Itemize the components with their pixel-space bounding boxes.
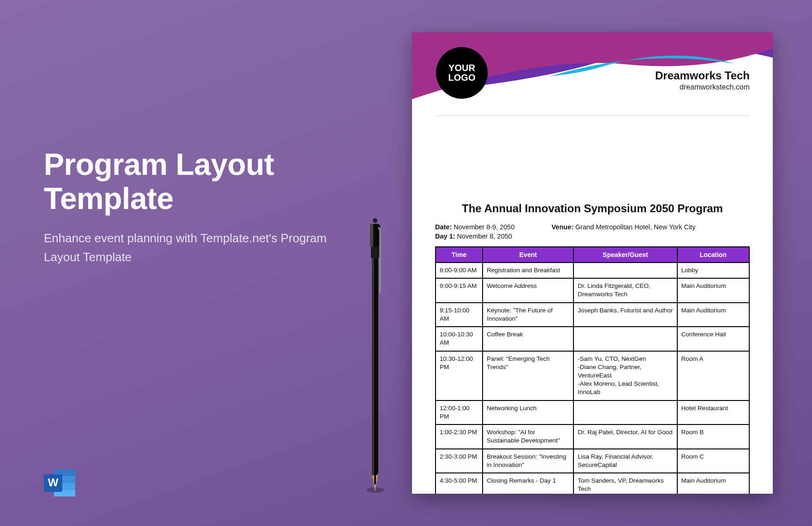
cell-event: Coffee Break (483, 327, 573, 351)
cell-time: 1:00-2:30 PM (436, 424, 483, 448)
svg-rect-13 (374, 475, 376, 484)
table-row: 10:30-12:00 PMPanel: "Emerging Tech Tren… (436, 351, 749, 400)
th-time: Time (436, 247, 483, 263)
cell-speaker: -Sam Yu, CTO, NextGen -Diane Chang, Part… (573, 351, 677, 400)
th-speaker: Speaker/Guest (573, 247, 677, 263)
company-name: Dreamworks Tech (655, 69, 750, 82)
cell-event: Registration and Breakfast (483, 263, 573, 278)
cell-time: 4:30-5:00 PM (436, 473, 483, 494)
company-site: dreamworkstech.com (655, 83, 750, 91)
table-header-row: Time Event Speaker/Guest Location (436, 247, 749, 263)
cell-location: Main Auditorium (677, 473, 749, 494)
venue-label: Venue: (551, 223, 573, 231)
svg-rect-12 (370, 224, 373, 247)
table-row: 9:00-9:15 AMWelcome AddressDr. Linda Fit… (436, 278, 749, 302)
cell-location: Room C (677, 449, 749, 473)
document-title: The Annual Innovation Symposium 2050 Pro… (435, 202, 750, 215)
table-row: 10:00-10:30 AMCoffee BreakConference Hal… (436, 327, 749, 351)
logo-line2: LOGO (448, 73, 476, 83)
cell-speaker: Joseph Banks, Futurist and Author (573, 303, 677, 327)
document-body: The Annual Innovation Symposium 2050 Pro… (412, 111, 773, 494)
cell-location: Lobby (677, 263, 749, 278)
cell-event: Networking Lunch (483, 400, 573, 424)
date-value: November 8-9, 2050 (454, 223, 514, 231)
cell-event: Welcome Address (483, 278, 573, 302)
cell-location: Main Auditorium (677, 278, 749, 302)
th-event: Event (483, 247, 573, 263)
cell-time: 8:00-9:00 AM (436, 263, 483, 278)
meta-row-1: Date: November 8-9, 2050 Venue: Grand Me… (435, 223, 750, 231)
table-row: 1:00-2:30 PMWorkshop: "AI for Sustainabl… (436, 424, 749, 448)
meta-row-2: Day 1: November 8, 2050 (435, 233, 750, 240)
cell-location: Conference Hall (677, 327, 749, 351)
table-row: 12:00-1:00 PMNetworking LunchHotel Resta… (436, 400, 749, 424)
cell-location: Room B (677, 424, 749, 448)
document-preview: YOUR LOGO Dreamworks Tech dreamworkstech… (412, 32, 773, 494)
logo-placeholder: YOUR LOGO (436, 47, 488, 99)
table-row: 9:15-10:00 AMKeynote: "The Future of Inn… (436, 303, 749, 327)
cell-time: 10:00-10:30 AM (436, 327, 483, 351)
cell-event: Keynote: "The Future of Innovation" (483, 303, 573, 327)
venue-value: Grand Metropolitan Hotel, New York City (575, 223, 695, 231)
cell-speaker: Dr. Raj Patel, Director, AI for Good (573, 424, 677, 448)
hero-panel: Program Layout Template Enhance event pl… (44, 148, 339, 267)
cell-time: 9:15-10:00 AM (436, 303, 483, 327)
cell-speaker (573, 327, 677, 351)
logo-line1: YOUR (448, 63, 475, 73)
cell-speaker: Dr. Linda Fitzgerald, CEO, Dreamworks Te… (573, 278, 677, 302)
table-row: 8:00-9:00 AMRegistration and BreakfastLo… (436, 263, 749, 278)
cell-event: Panel: "Emerging Tech Trends" (483, 351, 573, 400)
svg-rect-9 (372, 254, 374, 475)
table-row: 4:30-5:00 PMClosing Remarks - Day 1Tom S… (436, 473, 749, 494)
hero-subtitle: Enhance event planning with Template.net… (44, 229, 339, 267)
cell-time: 12:00-1:00 PM (436, 400, 483, 424)
day-value: November 8, 2050 (457, 233, 512, 240)
document-header: YOUR LOGO Dreamworks Tech dreamworkstech… (412, 32, 773, 111)
cell-time: 9:00-9:15 AM (436, 278, 483, 302)
cell-speaker: Tom Sanders, VP, Dreamworks Tech (573, 473, 677, 494)
ms-word-icon: W (44, 468, 77, 498)
cell-location: Room A (677, 351, 749, 400)
cell-location: Main Auditorium (677, 303, 749, 327)
svg-point-14 (373, 218, 377, 223)
hero-title: Program Layout Template (44, 148, 339, 216)
cell-event: Breakout Session: "Investing in Innovati… (483, 449, 573, 473)
cell-time: 10:30-12:00 PM (436, 351, 483, 400)
cell-event: Workshop: "AI for Sustainable Developmen… (483, 424, 573, 448)
date-label: Date: (435, 223, 452, 231)
table-row: 2:30-3:00 PMBreakout Session: "Investing… (436, 449, 749, 473)
cell-speaker (573, 263, 677, 278)
cell-speaker (573, 400, 677, 424)
cell-location: Hotel Restaurant (677, 400, 749, 424)
cell-event: Closing Remarks - Day 1 (483, 473, 573, 494)
day-label: Day 1: (435, 233, 455, 240)
cell-time: 2:30-3:00 PM (436, 449, 483, 473)
th-location: Location (677, 247, 749, 263)
cell-speaker: Lisa Ray, Financial Advisor, SecureCapit… (573, 449, 677, 473)
schedule-table: Time Event Speaker/Guest Location 8:00-9… (435, 246, 750, 494)
header-divider (435, 115, 750, 116)
svg-text:W: W (48, 476, 59, 489)
company-block: Dreamworks Tech dreamworkstech.com (655, 69, 750, 91)
pen-decoration (365, 198, 385, 494)
